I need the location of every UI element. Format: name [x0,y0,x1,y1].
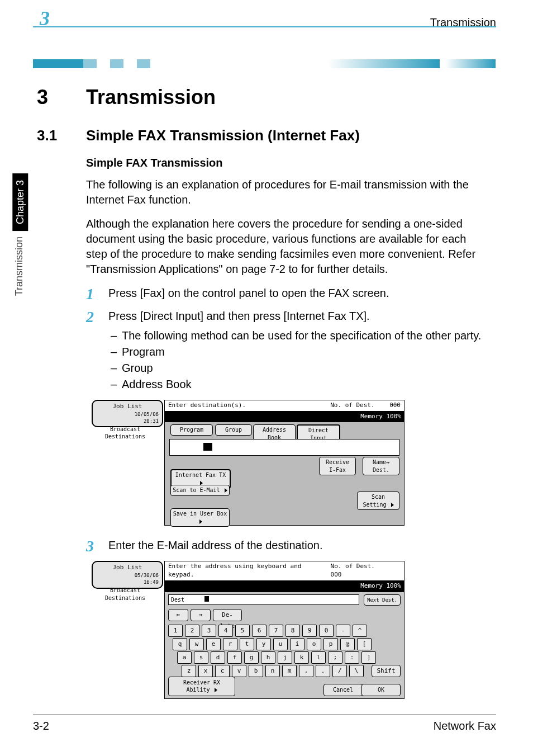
job-list-label: Job List [113,403,142,410]
keyboard-key[interactable]: 4 [218,625,233,637]
keyboard-key[interactable]: @ [340,638,355,650]
keyboard-key[interactable]: / [332,665,347,677]
shift-button[interactable]: Shift [372,665,401,677]
keyboard-key[interactable]: o [307,638,321,650]
section-heading-text: Simple FAX Transmission (Internet Fax) [86,127,360,144]
keyboard-key[interactable]: s [194,651,208,664]
keyboard-key[interactable]: n [265,665,280,677]
keyboard-key[interactable]: e [206,638,221,650]
keyboard-key[interactable]: 8 [285,625,300,637]
keyboard-key[interactable]: d [211,651,225,664]
program-tab[interactable]: Program [170,424,213,436]
keyboard-key[interactable]: v [232,665,246,677]
keyboard-key[interactable]: ] [361,651,376,664]
chapter-title-text: Transmission [86,86,216,108]
scan-email-label: Scan to E-Mail [173,487,220,493]
left-arrow-button[interactable]: ← [168,609,188,621]
broadcast-button[interactable]: Broadcast Destinations [92,426,159,441]
keyboard-key[interactable]: l [311,651,326,664]
key-row-1: 1234567890-^ [168,625,367,637]
keyboard-key[interactable]: 5 [235,625,250,637]
receiver-ability-button[interactable]: Receiver RX Ability [168,677,235,696]
status-text: Enter destination(s). [168,401,246,410]
keyboard-key[interactable]: b [249,665,263,677]
keyboard-key[interactable]: . [316,665,330,677]
keyboard-key[interactable]: [ [357,638,372,650]
keyboard-key[interactable]: ; [328,651,342,664]
keyboard-key[interactable]: t [240,638,254,650]
keyboard-key[interactable]: m [282,665,297,677]
keyboard-key[interactable]: c [215,665,230,677]
step-text: Press [Fax] on the control panel to open… [108,287,389,299]
para-2: Although the explanation here covers the… [86,216,486,277]
page-header: 3 Transmission [33,18,496,40]
keyboard-key[interactable]: \ [349,665,364,677]
status-bar: Enter destination(s). No. of Dest. 000 [164,400,404,412]
job-list-button[interactable]: Job List 10/05/06 20:31 [92,400,163,427]
keyboard-key[interactable]: k [294,651,309,664]
header-rule [33,26,496,27]
memory-bar: Memory 100% [164,581,404,592]
no-of-value: 000 [389,401,401,409]
broadcast-button[interactable]: Broadcast Destinations [92,587,159,602]
scan-email-button[interactable]: Scan to E-Mail [170,485,230,496]
right-arrow-button[interactable]: → [191,609,211,621]
next-dest-button[interactable]: Next Dest. [364,594,401,606]
keyboard-key[interactable]: r [223,638,237,650]
no-of-value: 000 [331,571,342,578]
keyboard-key[interactable]: , [299,665,313,677]
keyboard-key[interactable]: : [345,651,359,664]
keyboard-key[interactable]: 1 [168,625,183,637]
step-3: 3 Enter the E-Mail address of the destin… [108,538,486,553]
name-dest-button[interactable]: Name↔ Dest. [363,457,399,475]
lcd-screen-2: Job List 05/30/06 16:49 Broadcast Destin… [92,561,404,699]
chapter-number: 3 [37,84,48,111]
job-time: 16:49 [144,579,159,585]
keyboard-key[interactable]: ^ [353,625,367,637]
bullet-item: Program [111,344,486,360]
keyboard-key[interactable]: - [336,625,350,637]
keyboard-key[interactable]: 7 [269,625,283,637]
cursor-icon [203,443,212,451]
lcd2-panel: Dest Next Dest. ← → De- lete 1234567890-… [164,592,404,699]
keyboard-key[interactable]: q [173,638,187,650]
keyboard-key[interactable]: w [189,638,204,650]
keyboard-key[interactable]: 3 [202,625,216,637]
save-box-button[interactable]: Save in User Box [170,508,230,527]
chapter-title: 3 Transmission [86,84,486,111]
receive-ifax-button[interactable]: Receive I-Fax [319,457,356,475]
keyboard-key[interactable]: 9 [302,625,317,637]
cancel-button[interactable]: Cancel [323,684,363,696]
dest-input[interactable]: Dest [168,594,359,606]
keyboard-key[interactable]: u [273,638,288,650]
keyboard-key[interactable]: a [177,651,192,664]
keyboard-key[interactable]: i [290,638,304,650]
keyboard-key[interactable]: j [278,651,292,664]
step-number: 2 [86,306,94,328]
no-of-label: No. of Dest. [331,563,375,570]
job-list-button[interactable]: Job List 05/30/06 16:49 [92,561,163,588]
keyboard-key[interactable]: x [198,665,213,677]
group-tab[interactable]: Group [215,424,252,436]
section-number: 3.1 [37,126,57,145]
scan-setting-button[interactable]: Scan Setting [357,492,399,510]
keyboard-key[interactable]: z [182,665,196,677]
keyboard-key[interactable]: p [323,638,338,650]
job-date: 05/30/06 [135,573,159,578]
footer-doc-title: Network Fax [434,719,496,734]
keyboard-key[interactable]: f [227,651,242,664]
keyboard-key[interactable]: 2 [185,625,199,637]
bullet-item: The following method can be used for the… [111,328,486,343]
delete-button[interactable]: De- lete [213,609,242,621]
keyboard-key[interactable]: y [256,638,271,650]
caret-icon [225,488,227,493]
key-row-4: zxcvbnm,./\ [182,665,364,677]
keyboard-key[interactable]: 6 [252,625,266,637]
ok-button[interactable]: OK [361,684,401,696]
dest-display [169,439,399,456]
job-date: 10/05/06 [135,412,159,417]
keyboard-key[interactable]: h [261,651,275,664]
keyboard-key[interactable]: g [244,651,259,664]
bullet-item: Group [111,361,486,376]
keyboard-key[interactable]: 0 [319,625,334,637]
